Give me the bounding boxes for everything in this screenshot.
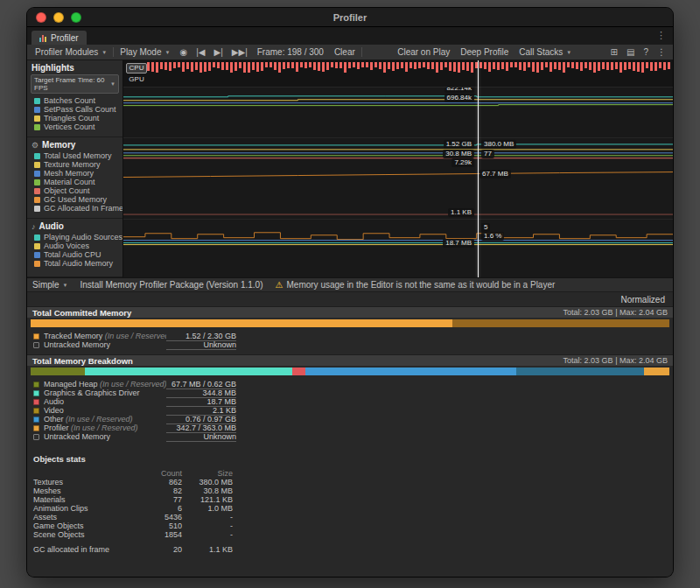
object-stat-row[interactable]: Scene Objects1854-	[33, 530, 667, 539]
cpu-frame-bar[interactable]	[528, 62, 530, 67]
object-stat-row[interactable]: Animation Clips61.0 MB	[33, 504, 667, 513]
module-legend-item[interactable]: Batches Count	[27, 96, 122, 105]
speaker-icon[interactable]: ♪	[32, 222, 36, 231]
cpu-frame-bar[interactable]	[348, 62, 351, 68]
cpu-frame-bar[interactable]	[606, 62, 609, 70]
cpu-timeline-row[interactable]: CPU	[123, 62, 673, 74]
save-window-icon[interactable]: ▤	[622, 47, 639, 57]
close-button[interactable]	[36, 12, 46, 23]
module-legend-item[interactable]: GC Allocated In Frame	[27, 204, 122, 213]
clear-button[interactable]: Clear	[329, 45, 360, 60]
gpu-timeline-row[interactable]: GPU	[123, 74, 673, 85]
cpu-frame-bar[interactable]	[633, 62, 635, 71]
cpu-frame-bar[interactable]	[182, 62, 185, 72]
cpu-frame-bar[interactable]	[200, 62, 202, 73]
cpu-frame-bar[interactable]	[361, 62, 364, 67]
cpu-frame-bar[interactable]	[488, 62, 491, 72]
cpu-frame-bar[interactable]	[283, 62, 285, 69]
cpu-frame-bar[interactable]	[567, 62, 570, 67]
memory-legend-row[interactable]: Untracked MemoryUnknown	[33, 432, 673, 441]
cpu-frame-bar[interactable]	[576, 62, 578, 69]
module-audio[interactable]: ♪ Audio Playing Audio SourcesAudio Voice…	[27, 219, 122, 277]
cpu-frame-bar[interactable]	[598, 62, 600, 71]
module-legend-item[interactable]: Playing Audio Sources	[27, 233, 122, 242]
module-legend-item[interactable]: Audio Voices	[27, 242, 122, 250]
cpu-frame-bar[interactable]	[501, 62, 504, 69]
module-memory[interactable]: ⚙ Memory Total Used MemoryTexture Memory…	[27, 137, 122, 219]
cpu-frame-bar[interactable]	[178, 62, 180, 67]
cpu-frame-bar[interactable]	[458, 62, 460, 73]
current-frame-icon[interactable]: ▶▶|	[228, 47, 252, 57]
cpu-frame-bar[interactable]	[440, 62, 443, 70]
cpu-frame-bar[interactable]	[278, 62, 281, 73]
cpu-frame-bar[interactable]	[396, 62, 399, 69]
module-legend-item[interactable]: Texture Memory	[27, 160, 122, 169]
cpu-frame-bar[interactable]	[213, 62, 215, 67]
cpu-frame-bar[interactable]	[593, 62, 596, 73]
clear-on-play-toggle[interactable]: Clear on Play	[392, 45, 455, 60]
cpu-frame-bar[interactable]	[436, 62, 438, 73]
memory-breakdown-bar[interactable]	[31, 368, 669, 375]
module-legend-item[interactable]: Object Count	[27, 186, 122, 195]
memory-legend-row[interactable]: Managed Heap (In use / Reserved)67.7 MB …	[33, 380, 673, 388]
cpu-frame-bar[interactable]	[628, 62, 631, 69]
minimize-button[interactable]	[53, 12, 64, 23]
audio-chart[interactable]: 5 1.6 % 18.7 MB	[123, 219, 673, 277]
cpu-frame-bar[interactable]	[462, 62, 465, 70]
memory-legend-row[interactable]: Video2.1 KB	[33, 406, 673, 415]
object-stat-row[interactable]: Materials77121.1 KB	[33, 495, 667, 504]
cpu-frame-bar[interactable]	[318, 62, 320, 71]
cpu-frame-bar[interactable]	[589, 62, 592, 70]
cpu-frame-bar[interactable]	[370, 62, 373, 70]
target-frame-time-dropdown[interactable]: Target Frame Time: 60 FPS ▼	[31, 74, 119, 94]
cpu-frame-bar[interactable]	[388, 62, 390, 69]
cpu-frame-bar[interactable]	[169, 62, 172, 71]
cpu-frame-bar[interactable]	[296, 62, 298, 72]
cpu-frame-bar[interactable]	[304, 62, 307, 68]
module-legend-item[interactable]: Triangles Count	[27, 114, 122, 122]
memory-legend-row[interactable]: Other (In use / Reserved)0.76 / 0.97 GB	[33, 415, 673, 424]
module-legend-item[interactable]: Mesh Memory	[27, 169, 122, 178]
cpu-frame-bar[interactable]	[287, 62, 290, 68]
cpu-frame-bar[interactable]	[510, 62, 513, 67]
cpu-frame-bar[interactable]	[554, 62, 556, 69]
module-legend-item[interactable]: GC Used Memory	[27, 195, 122, 204]
memory-legend-row[interactable]: Tracked Memory (In use / Reserved)1.52 /…	[33, 332, 673, 340]
cpu-frame-bar[interactable]	[453, 62, 456, 72]
call-stacks-dropdown[interactable]: Call Stacks ▼	[514, 45, 577, 60]
cpu-frame-bar[interactable]	[449, 62, 452, 71]
cpu-frame-bar[interactable]	[309, 62, 312, 67]
install-memory-profiler-button[interactable]: Install Memory Profiler Package (Version…	[80, 280, 263, 290]
cpu-frame-bar[interactable]	[493, 62, 495, 69]
cpu-frame-bar[interactable]	[641, 62, 644, 73]
cpu-frame-bar[interactable]	[580, 62, 583, 71]
cpu-frame-bar[interactable]	[208, 62, 211, 71]
detail-view-dropdown[interactable]: Simple ▼	[32, 280, 68, 290]
cpu-frame-bar[interactable]	[532, 62, 535, 72]
cpu-frame-bars[interactable]	[147, 62, 673, 74]
module-legend-item[interactable]: Vertices Count	[27, 122, 122, 131]
cpu-frame-bar[interactable]	[186, 62, 189, 69]
cpu-frame-bar[interactable]	[646, 62, 648, 68]
cpu-frame-bar[interactable]	[410, 62, 412, 68]
cpu-frame-bar[interactable]	[624, 62, 626, 70]
cpu-frame-bar[interactable]	[291, 62, 294, 68]
cpu-frame-bar[interactable]	[191, 62, 193, 72]
object-stat-row[interactable]: Game Objects510-	[33, 522, 667, 530]
cpu-frame-bar[interactable]	[620, 62, 622, 73]
memory-legend-row[interactable]: Profiler (In use / Reserved)342.7 / 363.…	[33, 424, 673, 432]
committed-memory-bar[interactable]	[31, 319, 669, 327]
cpu-frame-bar[interactable]	[423, 62, 425, 67]
cpu-frame-bar[interactable]	[418, 62, 421, 68]
cpu-frame-bar[interactable]	[270, 62, 272, 67]
cpu-frame-bar[interactable]	[558, 62, 561, 70]
cpu-frame-bar[interactable]	[431, 62, 434, 69]
cpu-frame-bar[interactable]	[405, 62, 408, 72]
kebab-menu-icon[interactable]: ⋮	[653, 47, 670, 57]
title-bar[interactable]: Profiler	[27, 8, 673, 27]
cpu-frame-bar[interactable]	[383, 62, 386, 73]
cpu-frame-bar[interactable]	[230, 62, 233, 73]
memory-legend-row[interactable]: Untracked MemoryUnknown	[33, 340, 673, 349]
cpu-frame-bar[interactable]	[217, 62, 220, 68]
profiler-modules-dropdown[interactable]: Profiler Modules ▼	[30, 45, 112, 60]
